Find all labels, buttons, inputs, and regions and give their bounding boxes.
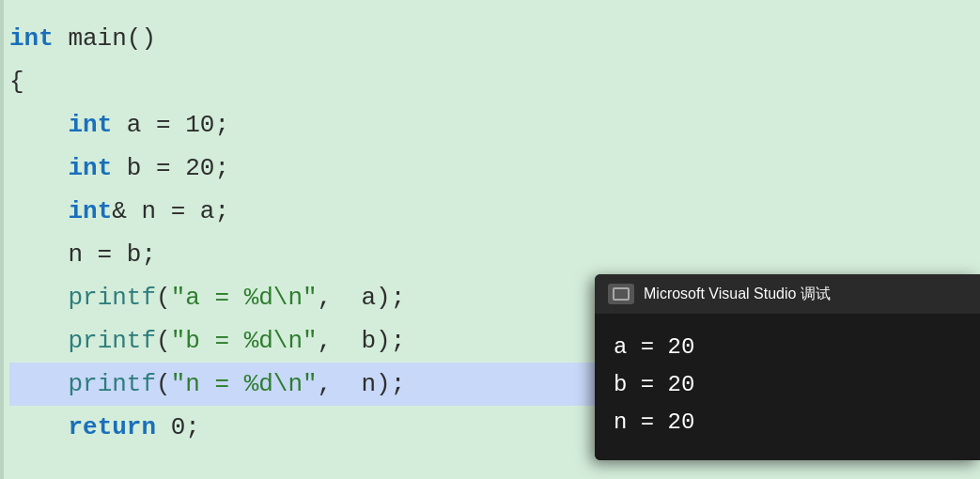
terminal-output-line-1: a = 20	[614, 329, 961, 366]
str-n: "n = %d\n"	[171, 363, 318, 406]
keyword-int-ref: int	[68, 190, 112, 233]
code-line-main: int main()	[9, 17, 980, 60]
terminal-output-line-3: n = 20	[614, 404, 961, 441]
code-line-ref: int& n = a;	[9, 190, 980, 233]
left-border	[0, 0, 4, 479]
str-b: "b = %d\n"	[171, 319, 318, 363]
terminal-popup: Microsoft Visual Studio 调试 a = 20 b = 20…	[595, 274, 980, 460]
keyword-int-a: int	[68, 103, 112, 147]
keyword-return: return	[68, 406, 156, 449]
code-line-brace-open: {	[9, 60, 980, 103]
str-a: "a = %d\n"	[171, 276, 318, 319]
terminal-body: a = 20 b = 20 n = 20	[595, 314, 980, 460]
code-line-a: int a = 10;	[9, 103, 980, 147]
func-printf-a: printf	[68, 276, 156, 319]
func-printf-b: printf	[68, 319, 156, 363]
code-line-b: int b = 20;	[9, 147, 980, 190]
keyword-int: int	[9, 17, 54, 60]
code-line-assign: n = b;	[9, 233, 980, 276]
terminal-icon-inner	[613, 287, 630, 301]
terminal-header: Microsoft Visual Studio 调试	[595, 274, 980, 314]
code-editor: int main() { int a = 10; int b = 20; int…	[0, 0, 980, 479]
terminal-output-line-2: b = 20	[614, 366, 961, 404]
terminal-title: Microsoft Visual Studio 调试	[644, 285, 831, 304]
keyword-int-b: int	[68, 147, 112, 190]
func-printf-n: printf	[68, 363, 156, 406]
terminal-icon	[608, 284, 634, 304]
